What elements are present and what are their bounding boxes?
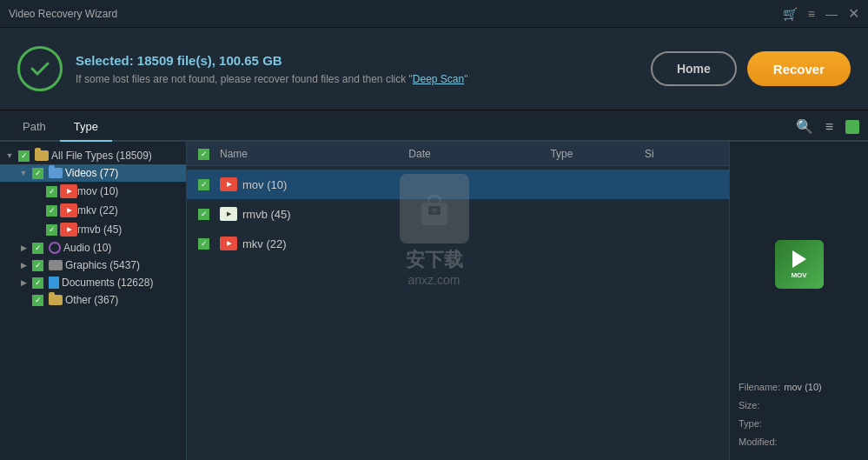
mov-file-icon: ▶ <box>60 184 77 198</box>
main-content: ▼ ✓ All File Types (18509) ▼ ✓ Videos (7… <box>0 142 868 460</box>
expand-audio-icon[interactable]: ▶ <box>17 242 30 254</box>
hint-suffix: " <box>464 73 467 85</box>
other-folder-icon <box>49 295 63 305</box>
tree-item-mkv[interactable]: ✓ ▶ mkv (22) <box>0 201 186 220</box>
expand-docs-icon[interactable]: ▶ <box>17 277 30 289</box>
row-label-mkv2: mkv (22) <box>242 237 287 250</box>
deep-scan-link[interactable]: Deep Scan <box>413 73 464 85</box>
expand-mov-icon <box>31 185 43 197</box>
preview-icon: MOV <box>775 240 824 289</box>
tree-panel: ▼ ✓ All File Types (18509) ▼ ✓ Videos (7… <box>0 142 187 460</box>
row-name-rmvb: ▶ rmvb (45) <box>220 207 408 221</box>
tree-label-documents: Documents (12628) <box>62 277 153 289</box>
modified-label: Modified: <box>739 433 778 451</box>
tabs-right-controls: 🔍 ≡ <box>796 118 859 140</box>
tab-path[interactable]: Path <box>9 113 60 142</box>
header-checkbox[interactable]: ✓ <box>198 149 209 160</box>
col-header-date: Date <box>408 148 550 160</box>
size-label: Size: <box>739 397 759 415</box>
header-buttons: Home Recover <box>651 51 851 86</box>
status-indicator <box>845 120 859 134</box>
tree-item-audio[interactable]: ▶ ✓ Audio (10) <box>0 239 186 257</box>
center-panel: ✓ Name Date Type Si ✓ ▶ mov (10) <box>187 142 729 460</box>
file-row-rmvb[interactable]: ✓ ▶ rmvb (45) <box>187 199 729 229</box>
header-text: Selected: 18509 file(s), 100.65 GB If so… <box>76 53 467 85</box>
expand-videos-icon[interactable]: ▼ <box>17 167 30 179</box>
checkbox-mov[interactable]: ✓ <box>46 186 57 197</box>
tree-label-other: Other (367) <box>65 294 118 306</box>
file-info: Filename: mov (10) Size: Type: Modified: <box>739 378 859 451</box>
tab-type[interactable]: Type <box>60 113 112 142</box>
close-button[interactable]: ✕ <box>848 5 859 22</box>
checkbox-mkv[interactable]: ✓ <box>46 205 57 217</box>
minimize-icon[interactable]: — <box>825 7 838 21</box>
expand-mkv-icon <box>31 204 43 217</box>
tree-item-other[interactable]: ✓ Other (367) <box>0 291 186 309</box>
header: Selected: 18509 file(s), 100.65 GB If so… <box>0 28 868 110</box>
row-checkbox-mov[interactable]: ✓ <box>198 179 209 190</box>
documents-folder-icon <box>49 277 59 289</box>
filename-value: mov (10) <box>784 378 821 397</box>
home-button[interactable]: Home <box>651 51 737 86</box>
col-header-check: ✓ <box>195 147 220 160</box>
tree-item-videos[interactable]: ▼ ✓ Videos (77) <box>0 164 186 182</box>
tree-item-rmvb[interactable]: ✓ ▶ rmvb (45) <box>0 220 186 239</box>
checkbox-other[interactable]: ✓ <box>32 295 43 306</box>
row-check-mov[interactable]: ✓ <box>195 179 220 190</box>
tree-label-all: All File Types (18509) <box>51 150 152 162</box>
info-row-filename: Filename: mov (10) <box>739 378 859 397</box>
tree-label-videos: Videos (77) <box>65 167 118 179</box>
expand-graphics-icon[interactable]: ▶ <box>17 259 30 271</box>
titlebar-controls: 🛒 ≡ — ✕ <box>783 5 859 22</box>
right-panel: MOV Filename: mov (10) Size: Type: Modif… <box>729 142 868 460</box>
play-triangle-icon <box>792 250 806 268</box>
file-rows: ✓ ▶ mov (10) ✓ ▶ rmvb (45) <box>187 166 729 460</box>
list-icon[interactable]: ≡ <box>825 119 833 135</box>
col-header-size: Si <box>645 148 720 160</box>
tree-item-all[interactable]: ▼ ✓ All File Types (18509) <box>0 147 186 164</box>
preview-area: MOV <box>739 150 859 378</box>
checkbox-documents[interactable]: ✓ <box>32 277 43 289</box>
info-row-modified: Modified: <box>739 433 859 451</box>
file-row-mov[interactable]: ✓ ▶ mov (10) <box>187 170 729 199</box>
row-checkbox-mkv2[interactable]: ✓ <box>198 238 209 250</box>
tree-label-mov: mov (10) <box>77 185 118 197</box>
success-indicator <box>17 46 63 91</box>
menu-icon[interactable]: ≡ <box>808 7 815 21</box>
row-label-mov: mov (10) <box>242 178 287 191</box>
recover-button[interactable]: Recover <box>747 51 851 86</box>
cart-icon[interactable]: 🛒 <box>783 7 798 21</box>
folder-videos-icon <box>49 168 63 178</box>
search-icon[interactable]: 🔍 <box>796 118 813 135</box>
row-check-rmvb[interactable]: ✓ <box>195 209 220 220</box>
type-label: Type: <box>739 415 762 433</box>
tabs-bar: Path Type 🔍 ≡ <box>0 110 868 142</box>
col-header-name: Name <box>220 148 408 160</box>
audio-folder-icon <box>49 242 61 254</box>
mov-row-icon: ▶ <box>220 177 237 191</box>
info-row-size: Size: <box>739 397 859 415</box>
tree-item-graphics[interactable]: ▶ ✓ Graphics (5437) <box>0 257 186 274</box>
checkbox-graphics[interactable]: ✓ <box>32 260 43 271</box>
checkbox-rmvb[interactable]: ✓ <box>46 224 57 236</box>
checkbox-videos[interactable]: ✓ <box>32 168 43 179</box>
folder-all-icon <box>35 150 49 161</box>
checkbox-audio[interactable]: ✓ <box>32 243 43 254</box>
preview-format-label: MOV <box>791 271 806 279</box>
selected-text: Selected: 18509 file(s), 100.65 GB <box>76 53 467 68</box>
rmvb-row-icon: ▶ <box>220 207 237 221</box>
row-check-mkv2[interactable]: ✓ <box>195 238 220 250</box>
row-label-rmvb: rmvb (45) <box>242 208 291 221</box>
hint-prefix: If some lost files are not found, please… <box>76 73 413 85</box>
file-table-header: ✓ Name Date Type Si <box>187 142 729 166</box>
row-checkbox-rmvb[interactable]: ✓ <box>198 209 209 220</box>
tree-item-mov[interactable]: ✓ ▶ mov (10) <box>0 182 186 201</box>
tree-item-documents[interactable]: ▶ ✓ Documents (12628) <box>0 274 186 291</box>
file-row-mkv2[interactable]: ✓ ▶ mkv (22) <box>187 229 729 258</box>
tree-label-audio: Audio (10) <box>63 242 111 254</box>
expand-all-icon[interactable]: ▼ <box>3 150 16 162</box>
info-row-type: Type: <box>739 415 859 433</box>
expand-rmvb-icon <box>31 223 43 236</box>
col-header-type: Type <box>550 148 645 160</box>
checkbox-all[interactable]: ✓ <box>18 150 30 162</box>
